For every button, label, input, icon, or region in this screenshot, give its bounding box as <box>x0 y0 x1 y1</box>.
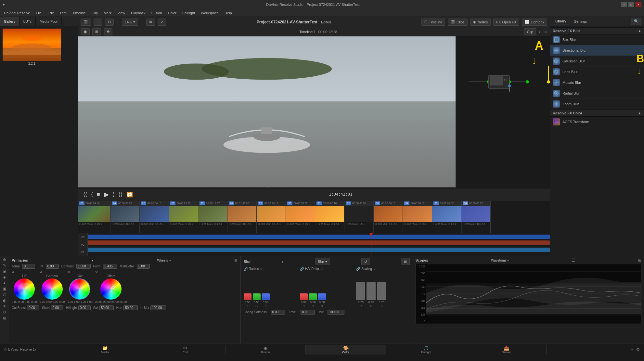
menu-file[interactable]: File <box>33 10 45 16</box>
timeline-tab-btn[interactable]: ⬡ Timeline <box>421 19 445 26</box>
menu-davinci[interactable]: DaVinci Resolve <box>1 10 33 16</box>
more-btn[interactable]: ••• <box>543 30 547 34</box>
hv-reset-btn[interactable]: ↺ <box>320 267 323 271</box>
open-fx-btn[interactable]: FX Open FX <box>493 19 519 26</box>
fx-item-directional-blur[interactable]: Directional Blur <box>550 45 644 56</box>
hv-r-bar[interactable] <box>300 293 308 300</box>
radius-b-bar[interactable] <box>262 293 270 300</box>
color-tool-6[interactable]: ▣ <box>3 287 6 291</box>
radius-r-bar[interactable] <box>244 293 251 300</box>
loop-btn[interactable]: 🔁 <box>126 191 133 198</box>
clip-item-23[interactable]: 23 00:00:24:10 H.265 Main 10 L5.1 <box>78 201 110 233</box>
maximize-button[interactable]: □ <box>628 2 634 7</box>
hilight-input[interactable] <box>78 305 91 310</box>
fx-item-lens-blur[interactable]: Lens Blur <box>550 67 644 77</box>
blur-dropdown[interactable]: Blur ▾ <box>315 258 330 265</box>
bottom-tab-color[interactable]: 🎨 Color <box>306 345 386 355</box>
menu-mark[interactable]: Mark <box>101 10 114 16</box>
fit-btn[interactable]: ⤢ <box>158 19 166 26</box>
bottom-tab-fairlight[interactable]: 🎵 Fairlight <box>386 345 466 355</box>
settings-btn[interactable]: ⚙ <box>636 347 640 352</box>
hv-link-icon[interactable]: 🔗 <box>300 267 304 271</box>
clip-item-26[interactable]: 26 00:00:23:20 H.265 Main 10 L5.1 <box>169 201 198 233</box>
color-tool-9[interactable]: ≡ <box>3 304 6 309</box>
clip-item-27[interactable]: 27 00:00:17:27 H.265 Main 10 L5.1 <box>198 201 227 233</box>
fx-item-radial-blur[interactable]: Radial Blur <box>550 88 644 99</box>
viewer-mode-btn[interactable]: 🎬 <box>81 19 91 26</box>
scaling-link-icon[interactable]: 🔗 <box>356 267 360 271</box>
lmix-input[interactable] <box>150 305 166 310</box>
jog-fwd-btn[interactable]: ⟩⟩ <box>119 191 122 198</box>
temp-input[interactable] <box>22 264 35 269</box>
jog-back-btn[interactable]: ⟨⟨ <box>83 191 87 198</box>
fx-item-mosaic-blur[interactable]: Mosaic Blur <box>550 77 644 88</box>
clip-item-34[interactable]: 34 00:00:00:18 H.265 Main 10 L5.1 <box>403 201 432 233</box>
scrubber-track[interactable] <box>78 187 456 188</box>
blur-reset-btn[interactable]: ↺ <box>361 258 370 265</box>
coring-input[interactable] <box>271 310 285 315</box>
fx-collapse-icon[interactable]: ▲ <box>638 29 641 33</box>
color-tool-4[interactable]: ◈ <box>3 275 6 279</box>
fx-settings-tab[interactable]: Settings <box>572 19 590 24</box>
color-tool-11[interactable]: ⊞ <box>3 316 6 320</box>
clips-tab-btn[interactable]: 🎬 Clips <box>448 19 467 26</box>
track-v1-clip[interactable] <box>88 248 550 252</box>
color-tool-10[interactable]: ↺ <box>3 310 6 315</box>
scaling-g-bar[interactable] <box>367 282 376 300</box>
close-button[interactable]: ✕ <box>636 2 641 7</box>
bottom-tab-edit[interactable]: ✂ Edit <box>145 345 225 355</box>
fx-search-btn[interactable]: 🔍 <box>631 18 641 25</box>
lift-reset-btn[interactable]: ↺ <box>12 270 14 274</box>
menu-help[interactable]: Help <box>222 10 235 16</box>
wheels-mode-label[interactable]: Wheels <box>157 259 168 262</box>
track-v2-clip[interactable] <box>88 240 550 245</box>
gain-wheel[interactable] <box>69 278 90 300</box>
menu-color[interactable]: Color <box>165 10 179 16</box>
level-input[interactable] <box>301 310 315 315</box>
shad-input[interactable] <box>51 305 63 310</box>
viewer-ctrl-3[interactable]: ✤ <box>104 28 112 35</box>
clip-item-28[interactable]: 28 00:01:01:02 H.265 Main 10 L5.1 <box>227 201 257 233</box>
blur-expand-btn[interactable]: ⊞ <box>401 258 410 265</box>
scopes-mode-dropdown[interactable]: ▾ <box>507 259 509 262</box>
viewer-ctrl-2[interactable]: ⊞ <box>92 28 101 35</box>
gamma-reset-btn[interactable]: ↺ <box>40 270 42 274</box>
tint-input[interactable] <box>46 264 59 269</box>
lift-wheel[interactable] <box>14 278 35 300</box>
menu-trim[interactable]: Trim <box>57 10 69 16</box>
scopes-expand-btn[interactable]: ⊞ <box>638 258 641 263</box>
color-tool-7[interactable]: ⬡ <box>3 292 6 297</box>
contrast-input[interactable] <box>76 264 91 269</box>
clip-item-30[interactable]: 30 00:00:03:27 H.265 Main 10 L5.1 <box>286 201 315 233</box>
radius-link-icon[interactable]: 🔗 <box>244 267 248 271</box>
menu-timeline[interactable]: Timeline <box>70 10 88 16</box>
frame-fwd-btn[interactable]: ⟩ <box>113 191 115 198</box>
color-tool-5[interactable]: ▲ <box>3 281 6 285</box>
radius-g-bar[interactable] <box>253 293 261 300</box>
clip-mode-btn[interactable]: Clip <box>524 28 536 35</box>
menu-edit[interactable]: Edit <box>45 10 56 16</box>
clip-item-31[interactable]: 31 00:00:00:18 H.265 Main 10 L5.1 <box>315 201 344 233</box>
mix-input[interactable] <box>328 310 344 315</box>
track-v3-clip[interactable] <box>88 235 550 239</box>
menu-fairlight[interactable]: Fairlight <box>180 10 198 16</box>
clip-item-35[interactable]: 35 00:01:01:02 H.265 Main 10 L5.1 <box>432 201 461 233</box>
mid-detail-input[interactable] <box>137 264 150 269</box>
minimize-button[interactable]: ─ <box>621 2 627 7</box>
offset-wheel[interactable] <box>100 278 122 300</box>
play-btn[interactable]: ▶ <box>104 190 109 198</box>
gamma-wheel[interactable] <box>42 278 63 300</box>
clip-item-36[interactable]: 36 00:00:00:07 H.265 Main 10 L5.1 <box>461 201 491 233</box>
fx-item-box-blur[interactable]: Box Blur <box>550 34 644 45</box>
fx-library-tab[interactable]: Library <box>553 19 569 24</box>
wheels-dropdown[interactable]: ▾ <box>169 259 171 262</box>
color-tool-2[interactable]: ✎ <box>3 263 6 268</box>
scopes-settings-btn[interactable]: ☰ <box>572 258 575 263</box>
hv-g-bar[interactable] <box>309 293 317 300</box>
fx-item-zoom-blur[interactable]: Zoom Blur <box>550 99 644 110</box>
viewer-grid-btn[interactable]: ⊞ <box>94 19 102 26</box>
menu-playback[interactable]: Playback <box>128 10 148 16</box>
col-boost-input[interactable] <box>27 305 39 310</box>
pivot-input[interactable] <box>103 264 117 269</box>
bottom-tab-deliver[interactable]: 📤 Deliver <box>466 345 547 355</box>
